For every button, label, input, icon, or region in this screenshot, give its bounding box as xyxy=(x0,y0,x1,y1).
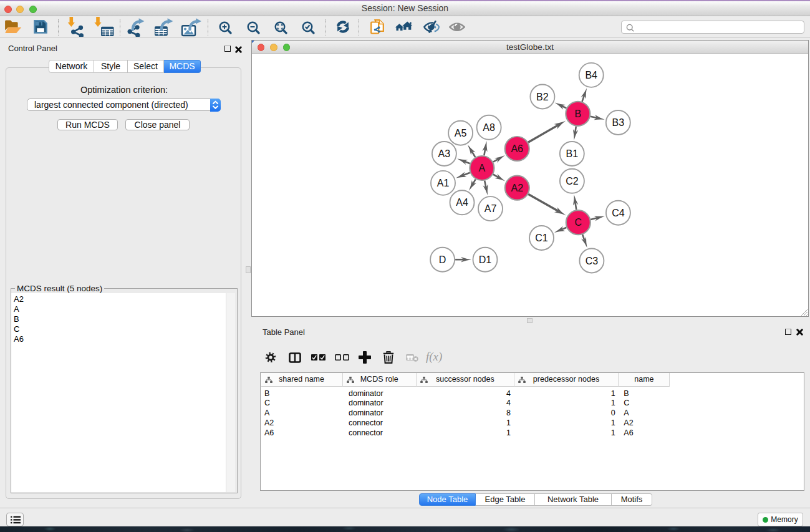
svg-text:B1: B1 xyxy=(566,148,579,159)
svg-text:C: C xyxy=(575,217,582,228)
svg-text:C2: C2 xyxy=(566,176,579,186)
svg-text:A: A xyxy=(479,163,486,173)
svg-text:A8: A8 xyxy=(483,122,495,133)
svg-text:A3: A3 xyxy=(438,148,451,159)
svg-text:A5: A5 xyxy=(455,128,467,138)
svg-text:B3: B3 xyxy=(612,117,625,128)
svg-text:D: D xyxy=(439,254,446,265)
svg-text:A7: A7 xyxy=(485,203,497,214)
svg-text:C1: C1 xyxy=(535,233,548,243)
svg-text:A1: A1 xyxy=(437,178,450,188)
svg-text:C4: C4 xyxy=(612,208,625,218)
svg-text:B4: B4 xyxy=(585,70,597,80)
svg-text:A4: A4 xyxy=(456,197,468,208)
svg-text:A2: A2 xyxy=(511,183,524,193)
svg-text:D1: D1 xyxy=(479,254,492,265)
svg-text:B2: B2 xyxy=(536,92,549,102)
svg-text:C3: C3 xyxy=(586,256,599,266)
svg-text:A6: A6 xyxy=(511,143,523,154)
svg-text:B: B xyxy=(574,109,581,119)
